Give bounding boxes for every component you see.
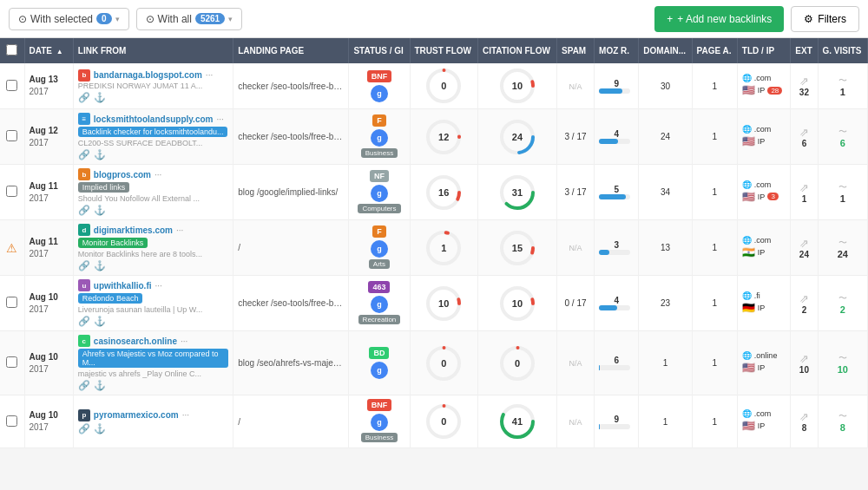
anchor-icon[interactable]: ⚓ [94,423,106,434]
add-new-backlinks-button[interactable]: + + Add new backlinks [654,6,784,32]
sparkline-icon: 〜 [838,353,847,363]
spam-cell: N/A [557,63,595,109]
checkbox-cell[interactable] [0,165,24,220]
ext-value: 8 [802,423,807,433]
trust-flow-cell: 10 [410,276,477,331]
domain-dots: ··· [206,70,213,80]
domain-authority-value: 34 [661,187,670,197]
checkbox-cell[interactable] [0,331,24,395]
google-icon: g [371,129,388,147]
checkbox-cell[interactable] [0,109,24,165]
spam-value: N/A [569,418,582,427]
anchor-icon[interactable]: ⚓ [94,260,106,271]
col-tld-ip[interactable]: TLD / IP [737,38,790,63]
moz-cell: 4 [595,109,639,165]
select-all-header[interactable] [0,38,24,63]
citation-flow-cell: 10 [477,276,556,331]
domain-name[interactable]: digimarktimes.com [94,225,173,235]
domain-tag: Monitor Backlinks [78,238,148,248]
anchor-icon[interactable]: ⚓ [94,205,106,216]
row-checkbox[interactable] [6,356,17,368]
page-authority-cell: 1 [692,109,737,165]
anchor-icon[interactable]: ⚓ [94,92,106,103]
favicon: d [78,224,90,236]
citation-flow-value: 31 [512,187,523,198]
col-citation-flow[interactable]: CITATION FLOW [477,38,556,63]
spam-value: N/A [569,82,582,91]
date-cell: Aug 10 2017 [24,276,73,331]
row-checkbox[interactable] [6,297,17,308]
google-icon: g [371,240,388,258]
tld-ip-cell: 🌐 .com 🇺🇸 IP [737,109,790,165]
country-flag: 🇩🇪 [742,302,755,314]
domain-snippet: PREDIKSI NORWAY JUMAT 11 A... [78,82,226,90]
date-cell: Aug 12 2017 [24,109,73,165]
anchor-icon[interactable]: ⚓ [94,380,106,391]
with-selected-button[interactable]: ⊙ With selected 0 ▾ [9,8,129,30]
link-icon[interactable]: 🔗 [78,260,90,271]
row-checkbox[interactable] [6,130,17,141]
checkbox-cell[interactable] [0,276,24,331]
domain-name[interactable]: locksmithtoolandsupply.com [94,114,214,124]
moz-cell: 3 [595,220,639,276]
sparkline-icon: 〜 [838,127,847,136]
domain-name[interactable]: casinosearch.online [94,336,177,346]
col-ext[interactable]: EXT [791,38,818,63]
ext-link-icon: ⇗ [799,410,809,423]
all-count-badge: 5261 [195,13,225,24]
filters-button[interactable]: ⚙ Filters [791,6,859,32]
col-moz-r[interactable]: MOZ R. [595,38,639,63]
link-icon[interactable]: 🔗 [78,149,90,160]
select-all-checkbox[interactable] [6,44,17,56]
domain-name[interactable]: upwithkallio.fi [94,281,152,291]
ext-cell: ⇗ 32 [791,63,818,109]
landing-cell: / [233,395,349,448]
domain-snippet: Monitor Backlinks here are 8 tools... [78,250,226,258]
citation-flow-value: 0 [515,358,520,369]
anchor-icon[interactable]: ⚓ [94,316,106,327]
col-domain[interactable]: DOMAIN... [639,38,692,63]
link-icon[interactable]: 🔗 [78,92,90,103]
chevron-down-icon: ▾ [115,15,120,23]
checkbox-cell[interactable] [0,63,24,109]
with-all-button[interactable]: ⊙ With all 5261 ▾ [136,8,243,30]
backlinks-table-wrap: DATE ▲ LINK FROM LANDING PAGE STATUS / G… [0,38,868,448]
g-visits-cell: 〜 24 [818,220,868,276]
sort-icon-date: ▲ [56,48,63,56]
page-authority-cell: 1 [692,220,737,276]
domain-name[interactable]: bandarnaga.blogspot.com [94,70,202,80]
link-icon[interactable]: 🔗 [78,423,90,434]
date-year: 2017 [30,304,49,314]
col-date[interactable]: DATE ▲ [24,38,73,63]
spam-value: N/A [569,244,582,252]
trust-flow-cell: 16 [410,165,477,220]
ext-link-icon: ⇗ [799,75,809,88]
g-visits-value: 1 [840,193,845,204]
col-trust-flow[interactable]: TRUST FLOW [410,38,477,63]
row-checkbox[interactable] [6,186,17,197]
date-day: Aug 11 [30,181,58,191]
globe-icon: 🌐 [742,291,752,300]
col-g-visits[interactable]: G. VISITS [818,38,868,63]
domain-name[interactable]: pyromarmexico.com [94,410,179,420]
col-link-from[interactable]: LINK FROM [73,38,233,63]
checkbox-cell[interactable] [0,395,24,448]
domain-name[interactable]: blogpros.com [94,170,151,180]
country-flag: 🇺🇸 [742,420,755,432]
col-landing-page[interactable]: LANDING PAGE [233,38,349,63]
table-row: Aug 13 2017 b bandarnaga.blogspot.com ··… [0,63,868,109]
table-header-row: DATE ▲ LINK FROM LANDING PAGE STATUS / G… [0,38,868,63]
anchor-icon[interactable]: ⚓ [94,149,106,160]
link-icon[interactable]: 🔗 [78,316,90,327]
row-checkbox[interactable] [6,415,17,427]
country-flag: 🇺🇸 [742,191,755,203]
col-status[interactable]: STATUS / GI [349,38,410,63]
link-icon[interactable]: 🔗 [78,380,90,391]
trust-flow-cell: 1 [410,220,477,276]
row-checkbox[interactable] [6,80,17,91]
ip-label: IP [758,193,766,201]
link-icon[interactable]: 🔗 [78,205,90,216]
col-page-a[interactable]: PAGE A. [692,38,737,63]
citation-flow-value: 15 [512,243,523,253]
col-spam[interactable]: SPAM [557,38,595,63]
